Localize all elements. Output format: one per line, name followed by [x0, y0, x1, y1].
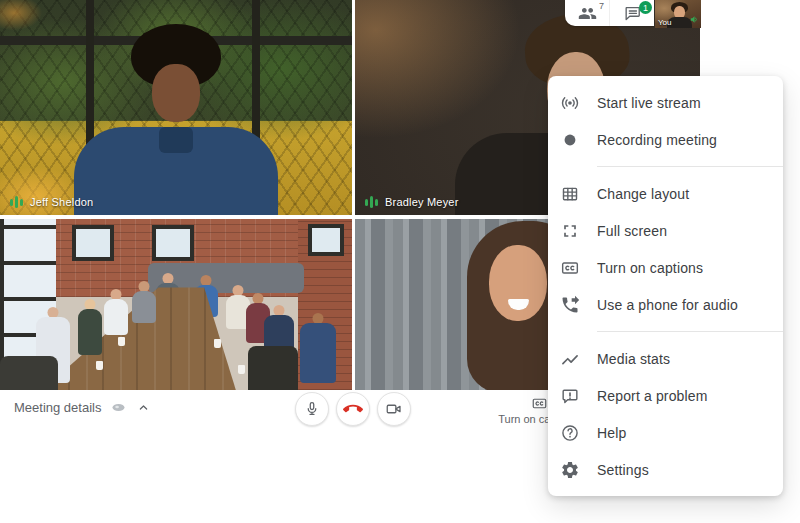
tile-art [118, 337, 125, 346]
end-call-icon [343, 399, 363, 419]
person-figure [132, 281, 156, 323]
menu-item-use-phone-for-audio[interactable]: Use a phone for audio [548, 286, 783, 323]
tile-art [248, 346, 298, 390]
menu-item-label: Recording meeting [597, 132, 717, 148]
menu-item-label: Full screen [597, 223, 667, 239]
menu-item-help[interactable]: Help [548, 414, 783, 451]
meeting-details-button[interactable]: Meeting details [14, 399, 151, 416]
top-toolbar: 7 1 [565, 0, 654, 26]
mic-icon [303, 400, 321, 418]
chat-button[interactable]: 1 [609, 0, 654, 26]
tile-art [308, 224, 344, 256]
person-figure [152, 64, 200, 122]
help-icon [560, 423, 580, 443]
captions-icon [530, 395, 549, 412]
menu-item-label: Turn on captions [597, 260, 703, 276]
menu-item-label: Help [597, 425, 626, 441]
video-tile-conference-room [0, 219, 352, 390]
person-figure [159, 127, 193, 153]
self-view-thumbnail[interactable]: You [655, 0, 701, 28]
menu-item-full-screen[interactable]: Full screen [548, 212, 783, 249]
person-figure [78, 299, 102, 355]
participant-name: Bradley Meyer [385, 196, 459, 208]
menu-divider [597, 331, 783, 332]
mute-mic-button[interactable] [295, 392, 329, 426]
self-view-label: You [658, 18, 672, 27]
video-tile-jeff-sheldon: Jeff Sheldon [0, 0, 352, 215]
menu-item-label: Media stats [597, 351, 670, 367]
tile-art [238, 365, 245, 374]
grid-layout-icon [560, 184, 580, 204]
phone-audio-icon [560, 295, 580, 315]
participants-count: 7 [599, 1, 604, 11]
camera-icon [385, 400, 403, 418]
speaking-indicator-icon [10, 195, 23, 209]
menu-item-label: Start live stream [597, 95, 701, 111]
person-figure [104, 289, 128, 335]
live-stream-icon [560, 93, 580, 113]
menu-item-turn-on-captions[interactable]: Turn on captions [548, 249, 783, 286]
people-icon [578, 4, 597, 23]
menu-item-start-live-stream[interactable]: Start live stream [548, 84, 783, 121]
participants-button[interactable]: 7 [565, 0, 609, 26]
speaking-indicator-icon [365, 195, 378, 209]
menu-item-change-layout[interactable]: Change layout [548, 175, 783, 212]
volume-icon [689, 14, 700, 25]
tile-art [152, 225, 194, 261]
menu-item-recording-meeting[interactable]: Recording meeting [548, 121, 783, 158]
menu-item-report-a-problem[interactable]: Report a problem [548, 377, 783, 414]
menu-item-label: Report a problem [597, 388, 708, 404]
menu-item-media-stats[interactable]: Media stats [548, 340, 783, 377]
eye-icon [110, 399, 127, 416]
person-figure [300, 313, 336, 383]
menu-item-label: Change layout [597, 186, 689, 202]
fullscreen-icon [560, 221, 580, 241]
chevron-up-icon [136, 400, 151, 415]
menu-divider [597, 166, 783, 167]
end-call-button[interactable] [336, 392, 370, 426]
meeting-app-window: Jeff Sheldon Bradley Meyer [0, 0, 800, 523]
participant-name: Jeff Sheldon [30, 196, 93, 208]
settings-gear-icon [560, 460, 580, 480]
menu-item-label: Settings [597, 462, 649, 478]
tile-art [96, 361, 103, 370]
tile-art [0, 356, 58, 390]
tile-art [86, 0, 94, 150]
overflow-menu: Start live stream Recording meeting Chan… [548, 76, 783, 496]
menu-item-settings[interactable]: Settings [548, 451, 783, 488]
tile-art [214, 339, 221, 348]
participant-name-tag: Jeff Sheldon [10, 195, 93, 209]
menu-item-label: Use a phone for audio [597, 297, 738, 313]
meeting-details-label: Meeting details [14, 400, 101, 415]
record-icon [560, 130, 580, 150]
camera-button[interactable] [377, 392, 411, 426]
chart-icon [560, 349, 580, 369]
participant-name-tag: Bradley Meyer [365, 195, 459, 209]
report-icon [560, 386, 580, 406]
tile-art [252, 0, 260, 150]
chat-badge: 1 [639, 1, 652, 14]
tile-art [72, 225, 114, 261]
captions-icon [560, 258, 580, 278]
call-controls [295, 392, 411, 426]
